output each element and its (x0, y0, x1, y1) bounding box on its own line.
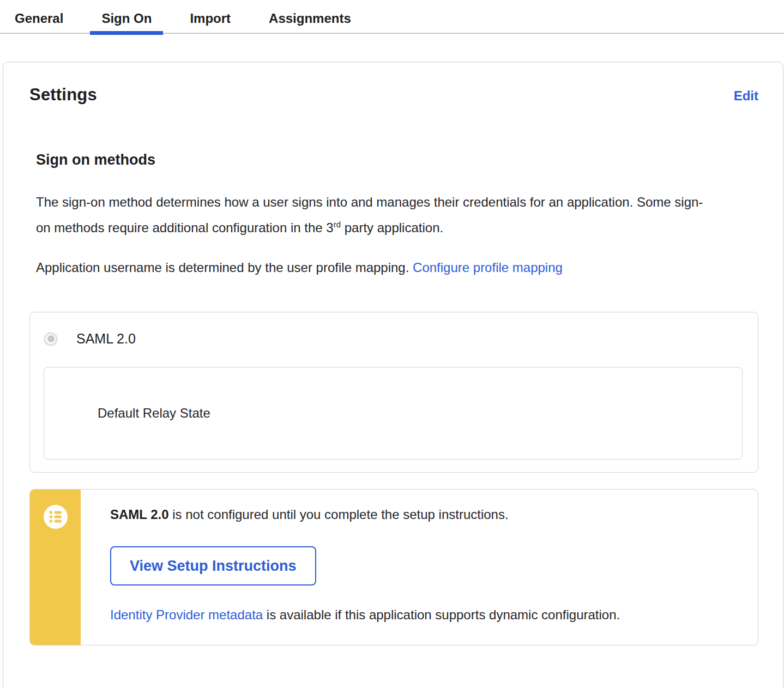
identity-provider-metadata-link[interactable]: Identity Provider metadata (110, 607, 263, 622)
settings-title: Settings (29, 85, 97, 105)
sign-on-methods-description: The sign-on method determines how a user… (36, 189, 712, 240)
username-mapping-line: Application username is determined by th… (36, 255, 712, 280)
saml-radio-label: SAML 2.0 (76, 331, 136, 347)
settings-card: Settings Edit Sign on methods The sign-o… (3, 62, 783, 688)
settings-header: Settings Edit (29, 85, 758, 105)
default-relay-state-label: Default Relay State (98, 406, 210, 421)
tab-sign-on[interactable]: Sign On (90, 0, 163, 33)
saml-radio-button[interactable] (44, 332, 58, 346)
list-icon (44, 505, 68, 529)
description-ordinal-superscript: rd (334, 220, 341, 229)
default-relay-state-box: Default Relay State (44, 367, 743, 460)
callout-message-bold: SAML 2.0 (110, 507, 169, 522)
saml-radio-row: SAML 2.0 (44, 331, 743, 347)
configure-profile-mapping-link[interactable]: Configure profile mapping (413, 260, 563, 275)
metadata-line: Identity Provider metadata is available … (110, 607, 736, 623)
tab-general[interactable]: General (3, 0, 75, 33)
saml-warning-callout: SAML 2.0 is not configured until you com… (29, 489, 758, 645)
tab-import[interactable]: Import (178, 0, 242, 33)
username-mapping-text: Application username is determined by th… (36, 260, 413, 275)
edit-link[interactable]: Edit (734, 88, 758, 104)
callout-message-rest: is not configured until you complete the… (169, 507, 509, 522)
app-tab-bar: General Sign On Import Assignments (0, 0, 784, 34)
tab-assignments[interactable]: Assignments (257, 0, 363, 33)
description-text-2: party application. (341, 220, 443, 235)
radio-dot-icon (47, 335, 55, 342)
callout-message: SAML 2.0 is not configured until you com… (110, 507, 736, 522)
metadata-rest-text: is available if this application support… (263, 607, 620, 622)
sign-on-methods-heading: Sign on methods (36, 152, 758, 168)
callout-yellow-strip (30, 490, 81, 645)
saml-method-box: SAML 2.0 Default Relay State (29, 312, 758, 473)
view-setup-instructions-button[interactable]: View Setup Instructions (110, 546, 316, 586)
callout-body: SAML 2.0 is not configured until you com… (81, 490, 758, 642)
